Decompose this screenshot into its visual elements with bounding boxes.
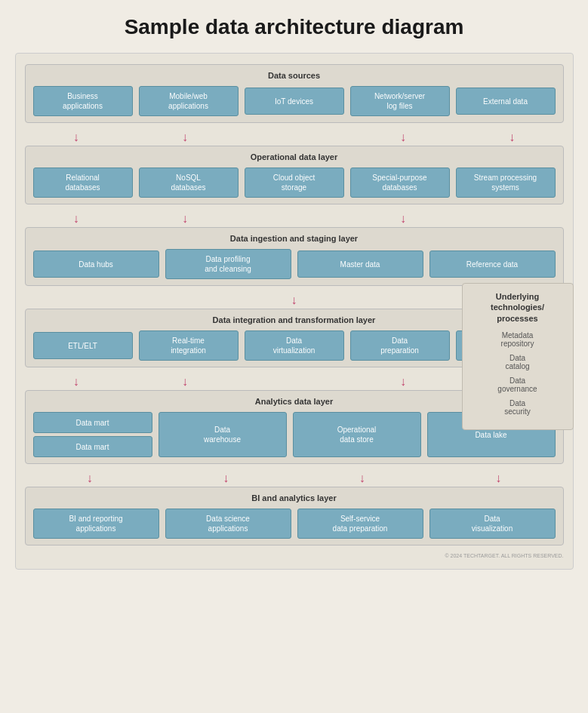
box-data-profiling: Data profilingand cleansing bbox=[165, 249, 291, 279]
right-panel-item-3: Datagovernance bbox=[470, 376, 565, 393]
box-business-apps: Businessapplications bbox=[33, 86, 133, 116]
arrow-op-2: ↓ bbox=[134, 213, 236, 225]
arrow-3: ↓ bbox=[352, 131, 454, 143]
arrow-int-1: ↓ bbox=[24, 376, 127, 388]
box-special-purpose: Special-purposedatabases bbox=[350, 167, 450, 198]
arrows-op-ing: ↓ ↓ ↓ bbox=[25, 212, 564, 226]
arrow-2: ↓ bbox=[134, 131, 236, 143]
box-etl-elt: ETL/ELT bbox=[33, 332, 133, 359]
ingestion-boxes: Data hubs Data profilingand cleansing Ma… bbox=[33, 249, 556, 279]
arrow-ing-center: ↓ bbox=[291, 294, 297, 306]
right-panel: Underlying technologies/ processes Metad… bbox=[462, 283, 574, 430]
right-panel-title: Underlying technologies/ processes bbox=[470, 291, 565, 324]
box-self-service: Self-servicedata preparation bbox=[297, 509, 423, 539]
operational-boxes: Relationaldatabases NoSQLdatabases Cloud… bbox=[33, 167, 556, 198]
box-data-hubs: Data hubs bbox=[33, 250, 159, 278]
operational-title: Operational data layer bbox=[33, 152, 556, 161]
box-data-preparation: Datapreparation bbox=[350, 330, 450, 361]
box-data-warehouse: Data warehouse bbox=[159, 412, 287, 457]
box-bi-reporting: BI and reportingapplications bbox=[33, 509, 159, 539]
data-sources-layer: Data sources Businessapplications Mobile… bbox=[25, 64, 564, 123]
box-external-data: External data bbox=[456, 88, 556, 115]
arrows-ds-op: ↓ ↓ ↓ ↓ bbox=[25, 131, 564, 144]
box-relational-db: Relationaldatabases bbox=[33, 167, 133, 198]
ingestion-title: Data ingestion and staging layer bbox=[33, 234, 556, 243]
arrows-ana-bi: ↓ ↓ ↓ ↓ bbox=[25, 472, 564, 485]
box-reference-data: Reference data bbox=[429, 250, 556, 278]
right-panel-item-4: Datasecurity bbox=[470, 399, 565, 416]
right-panel-item-2: Datacatalog bbox=[470, 354, 565, 370]
operational-layer: Operational data layer Relationaldatabas… bbox=[25, 146, 564, 204]
arrow-ana-4: ↓ bbox=[433, 472, 564, 484]
arrow-ana-3: ↓ bbox=[297, 472, 428, 484]
box-data-virtualization: Datavirtualization bbox=[245, 330, 344, 361]
box-iot: IoT devices bbox=[245, 88, 344, 115]
ingestion-layer: Data ingestion and staging layer Data hu… bbox=[25, 227, 564, 286]
arrow-op-1: ↓ bbox=[24, 213, 127, 225]
main-diagram: Data sources Businessapplications Mobile… bbox=[15, 53, 445, 570]
box-realtime-integration: Real-timeintegration bbox=[139, 330, 239, 361]
data-sources-title: Data sources bbox=[33, 71, 556, 80]
arrow-op-3: ↓ bbox=[352, 213, 454, 225]
arrow-ana-2: ↓ bbox=[161, 472, 291, 484]
arrow-ana-1: ↓ bbox=[25, 472, 155, 484]
box-master-data: Master data bbox=[297, 250, 423, 278]
arrow-4: ↓ bbox=[460, 131, 563, 143]
footer: © 2024 TECHTARGET. ALL RIGHTS RESERVED. bbox=[25, 553, 564, 558]
box-operational-store: Operational data store bbox=[293, 412, 421, 457]
box-data-mart-1: Data mart bbox=[33, 412, 152, 433]
bi-boxes: BI and reportingapplications Data scienc… bbox=[33, 509, 556, 539]
arrow-1: ↓ bbox=[24, 131, 127, 143]
arrow-int-2: ↓ bbox=[134, 376, 236, 388]
arrow-int-3: ↓ bbox=[352, 376, 454, 388]
box-network-server: Network/serverlog files bbox=[350, 86, 450, 116]
box-stream-processing: Stream processingsystems bbox=[456, 167, 556, 198]
page-title: Sample data architecture diagram bbox=[125, 15, 464, 39]
box-cloud-storage: Cloud objectstorage bbox=[245, 167, 344, 198]
diagram-wrapper: Data sources Businessapplications Mobile… bbox=[15, 53, 574, 570]
data-mart-col: Data mart Data mart bbox=[33, 412, 152, 457]
box-data-science: Data scienceapplications bbox=[165, 509, 291, 539]
right-panel-item-1: Metadatarepository bbox=[470, 331, 565, 348]
bi-title: BI and analytics layer bbox=[33, 493, 556, 502]
box-data-mart-2: Data mart bbox=[33, 436, 152, 457]
box-mobile-web: Mobile/webapplications bbox=[139, 86, 239, 116]
box-nosql: NoSQLdatabases bbox=[139, 167, 239, 198]
data-sources-boxes: Businessapplications Mobile/webapplicati… bbox=[33, 86, 556, 116]
bi-layer: BI and analytics layer BI and reportinga… bbox=[25, 487, 564, 546]
box-data-viz: Datavisualization bbox=[429, 509, 556, 539]
